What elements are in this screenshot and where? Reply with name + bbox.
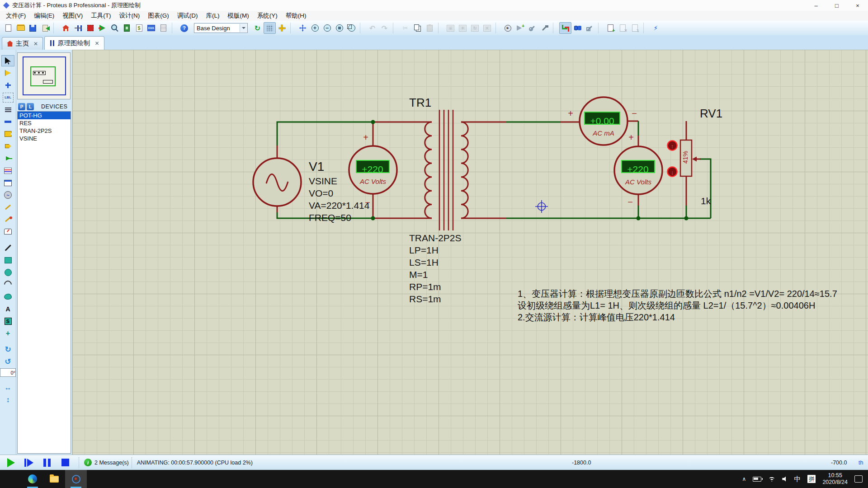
- 2d-line-button[interactable]: [1, 242, 14, 253]
- bill-of-materials-button[interactable]: $: [133, 22, 145, 34]
- ime-language-indicator[interactable]: 中: [794, 475, 801, 483]
- simulate-step-button[interactable]: [22, 457, 36, 469]
- redo-button[interactable]: ↷: [378, 22, 391, 34]
- home-page-button[interactable]: [60, 22, 72, 34]
- generator-mode-button[interactable]: ~: [1, 189, 14, 201]
- menu-library[interactable]: 库(L): [202, 11, 224, 21]
- simulation-log-button[interactable]: [145, 22, 157, 34]
- pan-button[interactable]: [297, 22, 309, 34]
- 2d-symbol-button[interactable]: S: [1, 315, 14, 327]
- menu-view[interactable]: 视图(V): [58, 11, 87, 21]
- menu-design[interactable]: 设计(N): [115, 11, 144, 21]
- tape-recorder-mode-button[interactable]: [1, 177, 14, 188]
- minimize-button[interactable]: –: [806, 0, 826, 11]
- device-pot-hg[interactable]: POT-HG: [18, 112, 71, 119]
- new-project-button[interactable]: [2, 22, 14, 34]
- remove-sheet-button[interactable]: [617, 22, 629, 34]
- device-res[interactable]: RES: [18, 119, 71, 127]
- taskbar-clock[interactable]: 10:55 2020/8/24: [822, 472, 848, 486]
- design-explorer-button[interactable]: [121, 22, 133, 34]
- help-button[interactable]: ?: [178, 22, 190, 34]
- electrical-rule-check-button[interactable]: ⚡: [650, 22, 662, 34]
- graph-mode-button[interactable]: [1, 165, 14, 176]
- search-tag-button[interactable]: [571, 22, 584, 34]
- zoom-in-button[interactable]: [309, 22, 321, 34]
- rotate-anticlockwise-button[interactable]: ↺: [1, 356, 14, 367]
- flip-vertical-button[interactable]: ↕: [1, 394, 14, 405]
- design-selector-combo[interactable]: Base Design: [194, 23, 248, 33]
- terminals-mode-button[interactable]: [1, 141, 14, 152]
- flip-horizontal-button[interactable]: ↔: [1, 382, 14, 393]
- current-probe-mode-button[interactable]: [1, 214, 14, 225]
- ammeter[interactable]: +0.00 AC mA + −: [568, 97, 637, 145]
- menu-tools[interactable]: 工具(T): [87, 11, 115, 21]
- wifi-icon[interactable]: [768, 476, 775, 482]
- device-tran-2p2s[interactable]: TRAN-2P2S: [18, 127, 71, 135]
- grid-toggle-button[interactable]: [264, 22, 276, 34]
- pcb-layout-button[interactable]: [84, 22, 96, 34]
- schematic-capture-button[interactable]: [72, 22, 84, 34]
- taskbar-proteus-button[interactable]: [65, 470, 87, 488]
- paste-button[interactable]: [424, 22, 436, 34]
- open-project-button[interactable]: [14, 22, 27, 34]
- wire-label-mode-button[interactable]: LBL: [1, 92, 14, 103]
- simulate-stop-button[interactable]: [58, 457, 72, 469]
- selection-mode-button[interactable]: [1, 55, 14, 66]
- potentiometer-rv1[interactable]: 41% ↑ ↓ RV1 1k: [668, 107, 723, 206]
- zoom-all-button[interactable]: [333, 22, 345, 34]
- maximize-button[interactable]: □: [826, 0, 847, 11]
- block-rotate-button[interactable]: [469, 22, 481, 34]
- simulate-pause-button[interactable]: [40, 457, 54, 469]
- redraw-button[interactable]: ↻: [251, 22, 264, 34]
- origin-button[interactable]: [276, 22, 288, 34]
- zoom-out-button[interactable]: [321, 22, 333, 34]
- menu-help[interactable]: 帮助(H): [282, 11, 311, 21]
- rotate-clockwise-button[interactable]: ↻: [1, 344, 14, 355]
- virtual-instruments-mode-button[interactable]: [1, 226, 14, 237]
- pick-parts-button[interactable]: [502, 22, 514, 34]
- menu-edit[interactable]: 编辑(E): [30, 11, 58, 21]
- buses-mode-button[interactable]: [1, 116, 14, 127]
- save-project-button[interactable]: [27, 22, 39, 34]
- 3d-viewer-button[interactable]: [96, 22, 108, 34]
- subcircuit-mode-button[interactable]: [1, 128, 14, 140]
- transformer-tr1[interactable]: TR1 TRAN-2P2S LP=1H LS=1H M=1 RP=1m RS=1…: [409, 96, 468, 304]
- goto-sheet-button[interactable]: [629, 22, 641, 34]
- overview-minimap[interactable]: [17, 52, 71, 99]
- message-count[interactable]: 2 Message(s): [94, 460, 129, 466]
- block-delete-button[interactable]: [481, 22, 493, 34]
- menu-debug[interactable]: 调试(D): [173, 11, 202, 21]
- tab-home-close-icon[interactable]: ✕: [33, 41, 38, 47]
- packaging-tool-button[interactable]: [526, 22, 538, 34]
- new-sheet-button[interactable]: [604, 22, 617, 34]
- 2d-text-button[interactable]: A: [1, 303, 14, 314]
- info-icon[interactable]: i: [84, 459, 92, 466]
- voltage-probe-mode-button[interactable]: [1, 202, 14, 213]
- tray-expand-icon[interactable]: ∧: [742, 476, 746, 482]
- 2d-path-button[interactable]: [1, 291, 14, 302]
- menu-template[interactable]: 模版(M): [224, 11, 253, 21]
- library-button[interactable]: L: [27, 103, 34, 110]
- make-device-button[interactable]: [514, 22, 526, 34]
- component-mode-button[interactable]: [1, 67, 14, 79]
- device-pins-mode-button[interactable]: [1, 153, 14, 164]
- notification-center-icon[interactable]: [854, 475, 863, 483]
- close-button[interactable]: ×: [847, 0, 868, 11]
- copy-button[interactable]: [411, 22, 424, 34]
- pick-devices-button[interactable]: P: [18, 103, 25, 110]
- ime-mode-indicator[interactable]: 拼: [807, 475, 816, 483]
- block-move-button[interactable]: [457, 22, 469, 34]
- notes-button[interactable]: [157, 22, 170, 34]
- 2d-marker-button[interactable]: +: [1, 328, 14, 339]
- text-script-mode-button[interactable]: [1, 104, 14, 115]
- 2d-box-button[interactable]: [1, 254, 14, 266]
- undo-button[interactable]: ↶: [366, 22, 378, 34]
- 2d-arc-button[interactable]: [1, 279, 14, 290]
- gerber-viewer-button[interactable]: [108, 22, 121, 34]
- menu-file[interactable]: 文件(F): [2, 11, 30, 21]
- taskbar-edge-button[interactable]: [22, 470, 43, 488]
- tab-schematic[interactable]: 原理图绘制 ✕: [44, 36, 104, 50]
- menu-system[interactable]: 系统(Y): [253, 11, 282, 21]
- 2d-circle-button[interactable]: [1, 267, 14, 278]
- start-button[interactable]: [0, 470, 22, 488]
